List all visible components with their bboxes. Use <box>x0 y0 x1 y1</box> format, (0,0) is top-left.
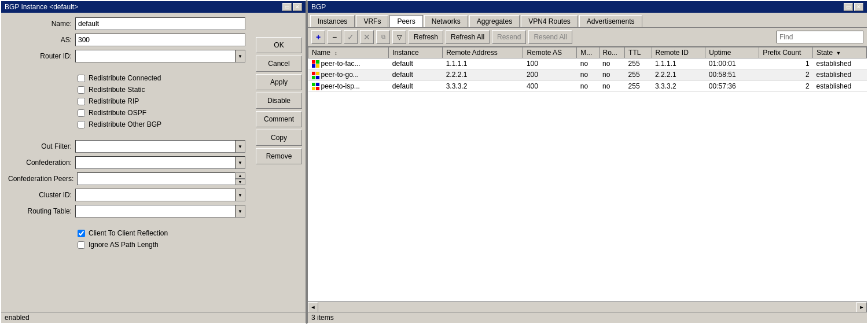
router-id-dropdown[interactable]: ▼ <box>235 50 245 62</box>
redistribute-static-checkbox[interactable] <box>78 86 85 94</box>
refresh-all-button[interactable]: Refresh All <box>446 30 490 44</box>
right-minimize-button[interactable]: ▭ <box>844 3 853 11</box>
items-count: 3 items <box>311 314 334 322</box>
scroll-right-button[interactable]: ► <box>856 302 867 312</box>
col-prefix-count[interactable]: Prefix Count <box>759 47 813 58</box>
cell-state: established <box>813 80 867 91</box>
out-filter-dropdown[interactable]: ▼ <box>235 140 245 153</box>
cell-remote-id: 3.3.3.2 <box>652 80 705 91</box>
col-ro[interactable]: Ro... <box>599 47 625 58</box>
cell-remote-id: 1.1.1.1 <box>652 58 705 69</box>
redistribute-ospf-checkbox[interactable] <box>78 109 85 117</box>
x-button[interactable]: ✕ <box>360 30 374 44</box>
name-input[interactable] <box>75 17 245 30</box>
resend-button[interactable]: Resend <box>492 30 526 44</box>
cell-instance: default <box>389 58 443 69</box>
tab-networks[interactable]: Networks <box>424 15 468 27</box>
confederation-field: ▼ <box>75 156 245 169</box>
refresh-button[interactable]: Refresh <box>409 30 443 44</box>
tab-vrfs[interactable]: VRFs <box>356 15 388 27</box>
cancel-button[interactable]: Cancel <box>256 56 302 72</box>
cell-prefix-count: 2 <box>759 80 813 91</box>
scroll-left-button[interactable]: ◄ <box>308 302 318 312</box>
col-name[interactable]: Name ↕ <box>308 47 389 58</box>
redistribute-rip-checkbox[interactable] <box>78 98 85 105</box>
cell-m: no <box>577 80 599 91</box>
cell-state: established <box>813 69 867 80</box>
router-id-field: ▼ <box>75 50 245 62</box>
col-uptime[interactable]: Uptime <box>705 47 759 58</box>
redistribute-rip-row: Redistribute RIP <box>8 97 245 105</box>
left-minimize-button[interactable]: ▭ <box>282 3 292 11</box>
left-content: Name: AS: Router ID: ▼ Redistribute Co <box>1 13 306 312</box>
redistribute-other-bgp-checkbox[interactable] <box>78 121 85 128</box>
col-state[interactable]: State ▼ <box>813 47 867 58</box>
remove-button[interactable]: Remove <box>256 148 302 164</box>
confederation-input[interactable] <box>75 156 235 169</box>
cell-name: peer-to-fac... <box>308 58 389 69</box>
col-remote-address[interactable]: Remote Address <box>443 47 523 58</box>
confederation-peers-down[interactable]: ▼ <box>235 179 245 185</box>
table-row[interactable]: peer-to-isp... default 3.3.3.2 400 no no… <box>308 80 867 91</box>
left-close-button[interactable]: ✕ <box>293 3 302 11</box>
cell-ttl: 255 <box>625 58 652 69</box>
left-title: BGP Instance <default> <box>5 3 78 11</box>
right-title: BGP <box>311 3 326 11</box>
disable-button[interactable]: Disable <box>256 93 302 109</box>
out-filter-input[interactable] <box>75 140 235 153</box>
out-filter-label: Out Filter: <box>8 142 72 150</box>
ignore-as-path-row: Ignore AS Path Length <box>8 241 245 249</box>
as-row: AS: <box>8 34 245 46</box>
cell-uptime: 00:58:51 <box>705 69 759 80</box>
find-input[interactable] <box>777 31 863 43</box>
filter-button[interactable]: ▽ <box>392 30 406 44</box>
confederation-row: Confederation: ▼ <box>8 156 245 169</box>
tab-aggregates[interactable]: Aggregates <box>469 15 520 27</box>
col-ttl[interactable]: TTL <box>625 47 652 58</box>
tab-instances[interactable]: Instances <box>310 15 355 27</box>
redistribute-other-bgp-row: Redistribute Other BGP <box>8 120 245 128</box>
name-label: Name: <box>8 20 72 28</box>
remove-toolbar-button[interactable]: − <box>328 30 341 44</box>
cluster-id-input[interactable] <box>75 189 235 201</box>
col-m[interactable]: M... <box>577 47 599 58</box>
routing-table-dropdown[interactable]: ▼ <box>235 205 245 218</box>
name-row: Name: <box>8 17 245 30</box>
right-close-button[interactable]: ✕ <box>854 3 863 11</box>
confederation-peers-up[interactable]: ▲ <box>235 172 245 179</box>
cell-remote-address: 2.2.2.1 <box>443 69 523 80</box>
as-input[interactable] <box>75 34 245 46</box>
ok-button[interactable]: OK <box>256 37 302 53</box>
routing-table-input[interactable] <box>75 205 235 218</box>
table-row[interactable]: peer-to-fac... default 1.1.1.1 100 no no… <box>308 58 867 69</box>
peers-table: Name ↕ Instance Remote Address Remote AS… <box>308 47 867 92</box>
check-button[interactable]: ✓ <box>344 30 358 44</box>
redistribute-connected-checkbox[interactable] <box>78 75 85 82</box>
scroll-track[interactable] <box>318 302 856 312</box>
left-panel: BGP Instance <default> ▭ ✕ Name: AS: Rou… <box>0 0 307 324</box>
add-button[interactable]: + <box>311 30 325 44</box>
table-row[interactable]: peer-to-go... default 2.2.2.1 200 no no … <box>308 69 867 80</box>
col-instance[interactable]: Instance <box>389 47 443 58</box>
confederation-peers-input[interactable] <box>77 172 235 185</box>
col-remote-id[interactable]: Remote ID <box>652 47 705 58</box>
ignore-as-path-checkbox[interactable] <box>78 241 85 249</box>
apply-button[interactable]: Apply <box>256 74 302 90</box>
client-reflection-row: Client To Client Reflection <box>8 229 245 237</box>
tab-vpn4-routes[interactable]: VPN4 Routes <box>521 15 578 27</box>
comment-button[interactable]: Comment <box>256 111 302 127</box>
cluster-id-row: Cluster ID: ▼ <box>8 189 245 201</box>
cell-remote-as: 100 <box>523 58 577 69</box>
copy-toolbar-button[interactable]: ⧉ <box>376 30 390 44</box>
copy-button[interactable]: Copy <box>256 130 302 146</box>
confederation-dropdown[interactable]: ▼ <box>235 156 245 169</box>
cell-instance: default <box>389 69 443 80</box>
tab-advertisements[interactable]: Advertisements <box>579 15 642 27</box>
client-reflection-checkbox[interactable] <box>78 230 85 237</box>
resend-all-button[interactable]: Resend All <box>528 30 572 44</box>
cluster-id-dropdown[interactable]: ▼ <box>235 189 245 201</box>
tab-peers[interactable]: Peers <box>389 15 422 27</box>
col-remote-as[interactable]: Remote AS <box>523 47 577 58</box>
cell-remote-as: 200 <box>523 69 577 80</box>
router-id-input[interactable] <box>75 50 235 62</box>
